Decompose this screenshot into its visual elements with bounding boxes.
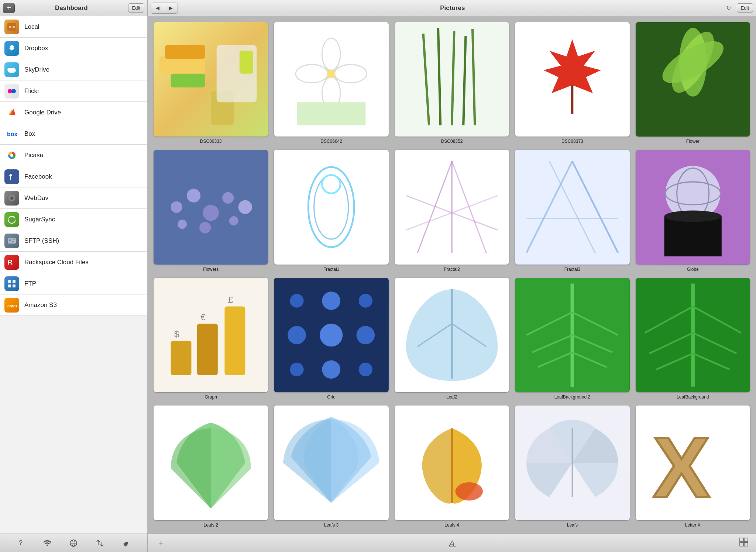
grid-item-fractal2[interactable]: Fractal2: [395, 150, 509, 272]
local-icon: 人人: [4, 20, 19, 34]
svg-point-64: [178, 220, 187, 229]
grid-item-flowers[interactable]: Flowers: [154, 150, 268, 272]
svg-point-99: [288, 326, 306, 344]
thumbnail-leafs3: [274, 406, 388, 520]
grid-item-dsc06333[interactable]: DSC06333: [154, 22, 268, 144]
sidebar-item-picasa[interactable]: Picasa: [0, 145, 147, 166]
refresh-button[interactable]: ↻: [724, 3, 734, 13]
svg-text:人人: 人人: [9, 26, 13, 28]
thumbnail-grid: [274, 278, 388, 392]
sidebar-item-rackspace[interactable]: RRackspace Cloud Files: [0, 252, 147, 273]
globe-button[interactable]: [68, 537, 79, 549]
forward-button[interactable]: ▶: [164, 3, 178, 13]
svg-point-87: [664, 211, 721, 222]
thumbnail-leafs: [515, 406, 629, 520]
grid-item-dsc08352[interactable]: DSC08352: [395, 22, 509, 144]
settings-button[interactable]: [121, 537, 133, 549]
svg-point-103: [322, 360, 341, 379]
svg-point-128: [455, 482, 482, 501]
view-options: [739, 537, 749, 549]
grid-view-button[interactable]: [739, 537, 749, 549]
svg-rect-86: [664, 216, 721, 256]
sidebar: 人人LocalDropboxSkyDriveFlickrGoogle Drive…: [0, 16, 148, 534]
grid-item-leafs3[interactable]: Leafs 3: [274, 406, 388, 527]
sidebar-item-dropbox[interactable]: Dropbox: [0, 38, 147, 59]
sidebar-item-amazon[interactable]: amazonAmazon S3: [0, 294, 147, 316]
grid-item-fractal3[interactable]: Fractal3: [515, 150, 629, 272]
grid-item-flower[interactable]: Flower: [636, 22, 750, 144]
sidebar-edit-button[interactable]: Edit: [128, 3, 144, 13]
svg-point-43: [296, 65, 328, 83]
grid-item-leafs2[interactable]: Leafs 2: [154, 406, 268, 527]
sidebar-item-facebook[interactable]: fFacebook: [0, 166, 147, 187]
sidebar-item-ftp[interactable]: FTP: [0, 273, 147, 294]
sidebar-item-googledrive[interactable]: Google Drive: [0, 102, 147, 123]
grid-item-dsc08373[interactable]: DSC08373: [515, 22, 629, 144]
wifi-button[interactable]: [41, 537, 53, 549]
svg-point-104: [359, 363, 372, 376]
thumbnail-dsc06333: [154, 22, 268, 137]
sidebar-item-skydrive[interactable]: SkyDrive: [0, 59, 147, 80]
svg-rect-140: [744, 538, 748, 542]
grid-item-letterx[interactable]: XLetter X: [636, 406, 750, 527]
svg-text:£: £: [228, 295, 233, 305]
svg-point-41: [322, 38, 341, 70]
thumbnail-graph: $€£: [154, 278, 268, 392]
sidebar-item-sugarsync[interactable]: SugarSync: [0, 209, 147, 230]
svg-point-44: [335, 65, 367, 83]
sidebar-item-sftp[interactable]: SFTP (SSH): [0, 230, 147, 252]
transfer-button[interactable]: [94, 537, 106, 549]
sidebar-label-sftp: SFTP (SSH): [24, 237, 59, 245]
font-button[interactable]: A: [448, 538, 458, 548]
svg-rect-89: [171, 341, 192, 375]
sidebar-title: Dashboard: [15, 4, 128, 12]
thumbnail-dsc06642: [274, 22, 388, 137]
grid-item-leafbackground[interactable]: LeafBackground: [636, 278, 750, 400]
grid-label-fractal1: Fractal1: [323, 267, 339, 272]
svg-rect-139: [740, 538, 743, 542]
grid-item-dsc06642[interactable]: DSC06642: [274, 22, 388, 144]
sidebar-label-skydrive: SkyDrive: [24, 66, 49, 73]
svg-rect-29: [13, 280, 16, 283]
grid-label-fractal3: Fractal3: [564, 267, 580, 272]
sidebar-item-webdav[interactable]: WebDav: [0, 187, 147, 209]
svg-point-101: [357, 326, 375, 344]
grid-item-fractal1[interactable]: Fractal1: [274, 150, 388, 272]
back-button[interactable]: ◀: [151, 3, 164, 13]
grid-item-leaf2[interactable]: Leaf2: [395, 278, 509, 400]
grid-item-leafs[interactable]: Leafs: [515, 406, 629, 527]
svg-text:€: €: [200, 312, 206, 322]
svg-point-62: [222, 192, 234, 204]
sidebar-item-box[interactable]: boxBox: [0, 123, 147, 145]
svg-text:$: $: [174, 329, 179, 339]
sftp-icon: [4, 234, 19, 248]
svg-point-100: [320, 324, 343, 346]
svg-rect-141: [740, 542, 743, 546]
sidebar-label-dropbox: Dropbox: [24, 45, 48, 52]
sidebar-label-facebook: Facebook: [24, 173, 52, 180]
grid-item-globe[interactable]: Globe: [636, 150, 750, 272]
sidebar-item-local[interactable]: 人人Local: [0, 16, 147, 38]
flickr-icon: [4, 84, 19, 99]
grid-label-graph: Graph: [205, 394, 217, 400]
grid-label-leafbackground: LeafBackground: [677, 394, 709, 400]
grid-item-leafbackground2[interactable]: LeafBackground 2: [515, 278, 629, 400]
main-edit-button[interactable]: Edit: [737, 3, 753, 13]
sidebar-item-flickr[interactable]: Flickr: [0, 80, 147, 102]
add-button[interactable]: +: [3, 3, 15, 13]
main-header: ◀ ▶ Pictures ↻ Edit: [148, 0, 756, 16]
help-button[interactable]: ?: [15, 537, 27, 549]
grid-area: DSC06333DSC06642DSC08352DSC08373FlowerFl…: [148, 16, 756, 534]
grid-label-letterx: Letter X: [685, 522, 701, 528]
image-grid: DSC06333DSC06642DSC08352DSC08373FlowerFl…: [154, 22, 750, 528]
sidebar-header: + Dashboard Edit: [0, 0, 148, 16]
svg-point-97: [322, 291, 341, 310]
grid-item-grid[interactable]: Grid: [274, 278, 388, 400]
grid-label-dsc06333: DSC06333: [200, 139, 222, 144]
box-icon: box: [4, 127, 19, 141]
grid-item-graph[interactable]: $€£Graph: [154, 278, 268, 400]
svg-rect-30: [8, 284, 11, 287]
grid-add-button[interactable]: +: [155, 537, 167, 549]
grid-item-leafs4[interactable]: Leafs 4: [395, 406, 509, 527]
svg-point-59: [171, 201, 182, 213]
